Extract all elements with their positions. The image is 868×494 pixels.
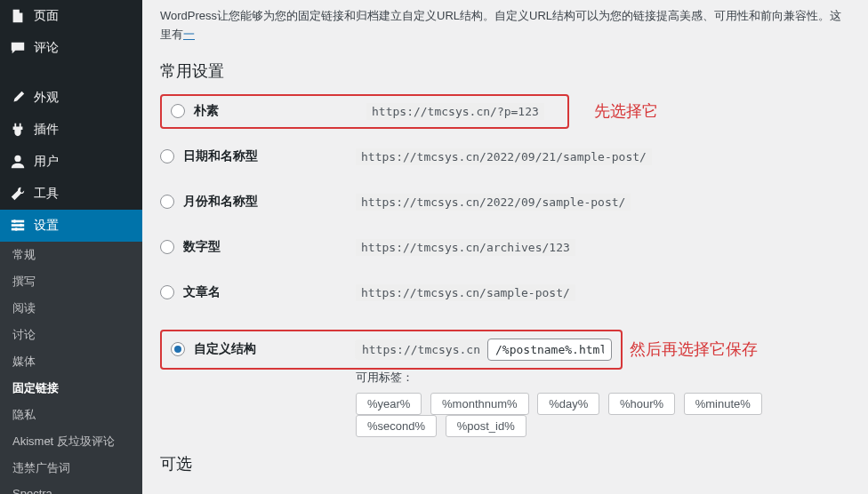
radio-monthname[interactable] (160, 195, 174, 209)
sidebar-item-users[interactable]: 用户 (0, 146, 142, 178)
tag-btn-postid[interactable]: %post_id% (446, 415, 526, 437)
sub-item-media[interactable]: 媒体 (0, 348, 142, 375)
admin-sidebar: 页面 评论 外观 插件 用户 工具 设置 常规 撰写 阅读 (0, 0, 142, 494)
sidebar-item-settings[interactable]: 设置 (0, 210, 142, 242)
sidebar-item-label: 页面 (34, 8, 59, 24)
sub-item-general[interactable]: 常规 (0, 242, 142, 268)
tag-btn-year[interactable]: %year% (356, 393, 422, 415)
sub-item-privacy[interactable]: 隐私 (0, 402, 142, 428)
intro-text: WordPress让您能够为您的固定链接和归档建立自定义URL结构。自定义URL… (160, 0, 850, 44)
url-sample-numeric: https://tmcsys.cn/archives/123 (356, 239, 575, 256)
svg-point-5 (20, 224, 23, 227)
sub-item-permalinks[interactable]: 固定链接 (0, 375, 142, 402)
tag-btn-minute[interactable]: %minute% (684, 393, 762, 415)
annotation-second: 然后再选择它保存 (630, 339, 758, 360)
sidebar-item-plugins[interactable]: 插件 (0, 114, 142, 146)
section-heading-common: 常用设置 (160, 60, 850, 82)
sub-item-akismet[interactable]: Akismet 反垃圾评论 (0, 428, 142, 455)
opt-label-custom: 自定义结构 (194, 341, 256, 357)
opt-label-postname: 文章名 (183, 284, 221, 300)
svg-point-0 (14, 155, 20, 162)
tag-btn-hour[interactable]: %hour% (608, 393, 675, 415)
tag-btn-second[interactable]: %second% (356, 415, 437, 437)
radio-plain[interactable] (171, 104, 185, 118)
intro-link[interactable]: 一 (183, 28, 195, 41)
settings-submenu: 常规 撰写 阅读 讨论 媒体 固定链接 隐私 Akismet 反垃圾评论 违禁广… (0, 242, 142, 494)
url-sample-dayname: https://tmcsys.cn/2022/09/21/sample-post… (356, 148, 652, 165)
sidebar-item-label: 用户 (34, 154, 59, 170)
opt-label-numeric: 数字型 (183, 239, 221, 255)
sidebar-item-pages[interactable]: 页面 (0, 0, 142, 32)
radio-numeric[interactable] (160, 240, 174, 254)
annotation-first: 先选择它 (594, 100, 658, 122)
sidebar-item-appearance[interactable]: 外观 (0, 82, 142, 114)
url-sample-monthname: https://tmcsys.cn/2022/09/sample-post/ (356, 194, 631, 211)
sidebar-item-label: 插件 (34, 122, 59, 138)
comment-icon (9, 39, 27, 57)
custom-structure-input[interactable] (487, 339, 612, 361)
highlight-box-plain: 朴素 https://tmcsys.cn/?p=123 (160, 94, 569, 129)
user-icon (9, 153, 27, 171)
brush-icon (9, 89, 27, 107)
sidebar-item-label: 外观 (34, 90, 59, 106)
radio-custom[interactable] (171, 342, 185, 356)
opt-label-dayname: 日期和名称型 (183, 148, 258, 164)
radio-dayname[interactable] (160, 149, 174, 163)
sub-item-reading[interactable]: 阅读 (0, 295, 142, 322)
sidebar-item-label: 工具 (34, 186, 59, 202)
opt-label-monthname: 月份和名称型 (183, 194, 258, 210)
sidebar-item-label: 设置 (34, 218, 59, 234)
tag-buttons: %year% %monthnum% %day% %hour% %minute% … (356, 393, 850, 437)
sub-item-discussion[interactable]: 讨论 (0, 322, 142, 348)
wrench-icon (9, 185, 27, 203)
intro-text-span: WordPress让您能够为您的固定链接和归档建立自定义URL结构。自定义URL… (160, 9, 841, 41)
plug-icon (9, 121, 27, 139)
svg-point-4 (13, 219, 17, 223)
page-icon (9, 7, 27, 25)
main-content: WordPress让您能够为您的固定链接和归档建立自定义URL结构。自定义URL… (142, 0, 868, 494)
highlight-box-custom: 自定义结构 https://tmcsys.cn (160, 330, 623, 370)
svg-point-6 (14, 227, 18, 231)
sidebar-item-comments[interactable]: 评论 (0, 32, 142, 64)
tag-btn-day[interactable]: %day% (537, 393, 599, 415)
section-heading-optional: 可选 (160, 453, 850, 474)
sub-item-writing[interactable]: 撰写 (0, 268, 142, 295)
available-tags-label: 可用标签： (356, 370, 850, 386)
url-sample-plain: https://tmcsys.cn/?p=123 (366, 103, 544, 120)
opt-label-plain: 朴素 (194, 103, 219, 119)
sidebar-item-label: 评论 (34, 40, 59, 56)
url-sample-postname: https://tmcsys.cn/sample-post/ (356, 284, 575, 301)
sub-item-adwords[interactable]: 违禁广告词 (0, 455, 142, 482)
sidebar-item-tools[interactable]: 工具 (0, 178, 142, 210)
tag-btn-monthnum[interactable]: %monthnum% (430, 393, 529, 415)
radio-postname[interactable] (160, 285, 174, 299)
settings-icon (9, 217, 27, 235)
custom-prefix: https://tmcsys.cn (355, 339, 487, 360)
sub-item-spectra[interactable]: Spectra (0, 482, 142, 494)
